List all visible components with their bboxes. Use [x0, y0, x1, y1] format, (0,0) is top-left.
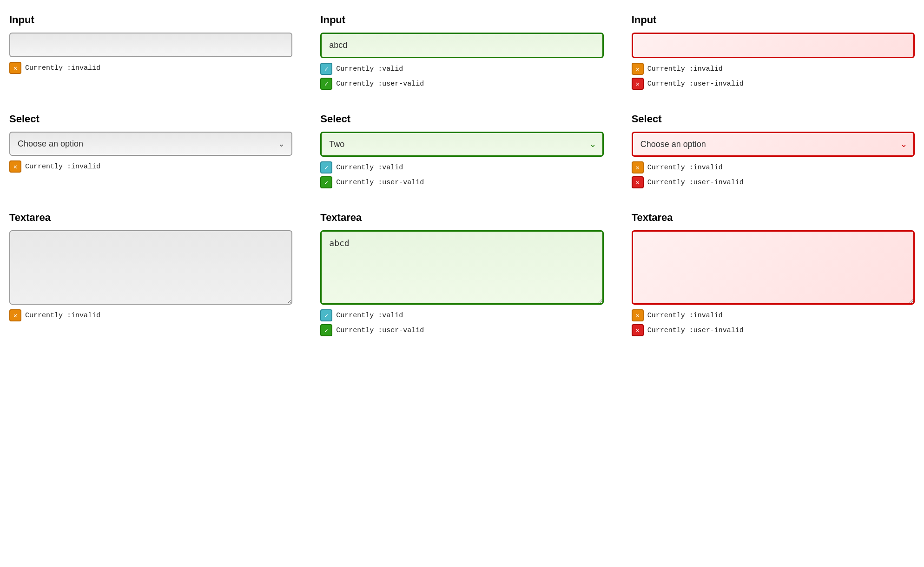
col1-textarea-cell: Textarea ✕ Currently :invalid [9, 212, 292, 336]
col2-textarea-user-valid-text: Currently :user-valid [336, 327, 424, 334]
col3-select-user-invalid-text: Currently :user-invalid [647, 179, 744, 187]
main-grid: Input ✕ Currently :invalid Input ✓ Curre… [9, 14, 915, 336]
col1-textarea-invalid-badge: ✕ [9, 309, 21, 321]
col3-select-status-list: ✕ Currently :invalid ✕ Currently :user-i… [632, 161, 915, 188]
col3-select-wrapper: Choose an option One Two Three ⌄ [632, 132, 915, 157]
col2-input-user-valid-text: Currently :user-valid [336, 80, 424, 88]
col2-input-field[interactable] [320, 33, 603, 58]
col2-select-cell: Select Choose an option One Two Three ⌄ … [320, 113, 603, 188]
col1-input-invalid-badge: ✕ [9, 62, 21, 74]
col2-select-status-valid: ✓ Currently :valid [320, 161, 603, 173]
col2-textarea-user-valid-badge: ✓ [320, 324, 332, 336]
col1-input-invalid-text: Currently :invalid [25, 64, 100, 72]
col3-select-field[interactable]: Choose an option One Two Three [632, 132, 915, 157]
col3-input-invalid-badge: ✕ [632, 63, 644, 75]
col2-textarea-label: Textarea [320, 212, 603, 224]
col3-textarea-user-invalid-badge: ✕ [632, 324, 644, 336]
col1-textarea-invalid-text: Currently :invalid [25, 312, 100, 320]
col3-textarea-invalid-text: Currently :invalid [647, 312, 723, 320]
col3-textarea-status-invalid: ✕ Currently :invalid [632, 309, 915, 321]
col2-input-user-valid-badge: ✓ [320, 78, 332, 90]
col2-input-label: Input [320, 14, 603, 26]
col3-select-label: Select [632, 113, 915, 125]
col3-textarea-label: Textarea [632, 212, 915, 224]
col1-select-wrapper: Choose an option One Two Three ⌄ [9, 132, 292, 156]
col3-input-status-invalid: ✕ Currently :invalid [632, 63, 915, 75]
col2-input-status-user-valid: ✓ Currently :user-valid [320, 78, 603, 90]
col1-textarea-label: Textarea [9, 212, 292, 224]
col2-select-field[interactable]: Choose an option One Two Three [320, 132, 603, 157]
col2-select-valid-badge: ✓ [320, 161, 332, 173]
col2-select-wrapper: Choose an option One Two Three ⌄ [320, 132, 603, 157]
col2-textarea-status-user-valid: ✓ Currently :user-valid [320, 324, 603, 336]
col3-textarea-user-invalid-text: Currently :user-invalid [647, 327, 744, 334]
col3-select-status-user-invalid: ✕ Currently :user-invalid [632, 176, 915, 188]
col3-textarea-cell: Textarea ✕ Currently :invalid ✕ Currentl… [632, 212, 915, 336]
col3-input-invalid-text: Currently :invalid [647, 65, 723, 73]
col2-input-valid-badge: ✓ [320, 63, 332, 75]
col3-input-status-list: ✕ Currently :invalid ✕ Currently :user-i… [632, 63, 915, 90]
col3-textarea-status-user-invalid: ✕ Currently :user-invalid [632, 324, 915, 336]
col2-select-valid-text: Currently :valid [336, 164, 403, 172]
col3-input-user-invalid-badge: ✕ [632, 78, 644, 90]
col3-input-user-invalid-text: Currently :user-invalid [647, 80, 744, 88]
col2-textarea-valid-badge: ✓ [320, 309, 332, 321]
col1-select-invalid-badge: ✕ [9, 160, 21, 173]
col1-textarea-field[interactable] [9, 230, 292, 305]
col3-select-user-invalid-badge: ✕ [632, 176, 644, 188]
col3-select-cell: Select Choose an option One Two Three ⌄ … [632, 113, 915, 188]
col3-input-cell: Input ✕ Currently :invalid ✕ Currently :… [632, 14, 915, 90]
col1-input-status-list: ✕ Currently :invalid [9, 62, 292, 74]
col3-select-status-invalid: ✕ Currently :invalid [632, 161, 915, 173]
col1-input-field[interactable] [9, 33, 292, 57]
col2-select-label: Select [320, 113, 603, 125]
col1-select-cell: Select Choose an option One Two Three ⌄ … [9, 113, 292, 188]
col1-select-status-invalid: ✕ Currently :invalid [9, 160, 292, 173]
col1-select-label: Select [9, 113, 292, 125]
col3-input-status-user-invalid: ✕ Currently :user-invalid [632, 78, 915, 90]
col3-input-label: Input [632, 14, 915, 26]
col1-textarea-status-invalid: ✕ Currently :invalid [9, 309, 292, 321]
col2-input-status-list: ✓ Currently :valid ✓ Currently :user-val… [320, 63, 603, 90]
col2-select-user-valid-badge: ✓ [320, 176, 332, 188]
col1-input-status-invalid: ✕ Currently :invalid [9, 62, 292, 74]
col1-textarea-status-list: ✕ Currently :invalid [9, 309, 292, 321]
col3-select-invalid-badge: ✕ [632, 161, 644, 173]
col2-input-status-valid: ✓ Currently :valid [320, 63, 603, 75]
col2-textarea-status-valid: ✓ Currently :valid [320, 309, 603, 321]
col3-select-invalid-text: Currently :invalid [647, 164, 723, 172]
col3-input-field[interactable] [632, 33, 915, 58]
col2-select-user-valid-text: Currently :user-valid [336, 179, 424, 187]
col1-select-invalid-text: Currently :invalid [25, 163, 100, 171]
col1-input-cell: Input ✕ Currently :invalid [9, 14, 292, 90]
col2-textarea-field[interactable]: abcd [320, 230, 603, 305]
col2-textarea-status-list: ✓ Currently :valid ✓ Currently :user-val… [320, 309, 603, 336]
col1-select-status-list: ✕ Currently :invalid [9, 160, 292, 173]
col3-textarea-field[interactable] [632, 230, 915, 305]
col1-select-field[interactable]: Choose an option One Two Three [9, 132, 292, 156]
col1-input-label: Input [9, 14, 292, 26]
col2-select-status-list: ✓ Currently :valid ✓ Currently :user-val… [320, 161, 603, 188]
col2-select-status-user-valid: ✓ Currently :user-valid [320, 176, 603, 188]
col3-textarea-invalid-badge: ✕ [632, 309, 644, 321]
col2-input-cell: Input ✓ Currently :valid ✓ Currently :us… [320, 14, 603, 90]
col2-textarea-cell: Textarea abcd ✓ Currently :valid ✓ Curre… [320, 212, 603, 336]
col2-textarea-valid-text: Currently :valid [336, 312, 403, 320]
col2-input-valid-text: Currently :valid [336, 65, 403, 73]
col3-textarea-status-list: ✕ Currently :invalid ✕ Currently :user-i… [632, 309, 915, 336]
